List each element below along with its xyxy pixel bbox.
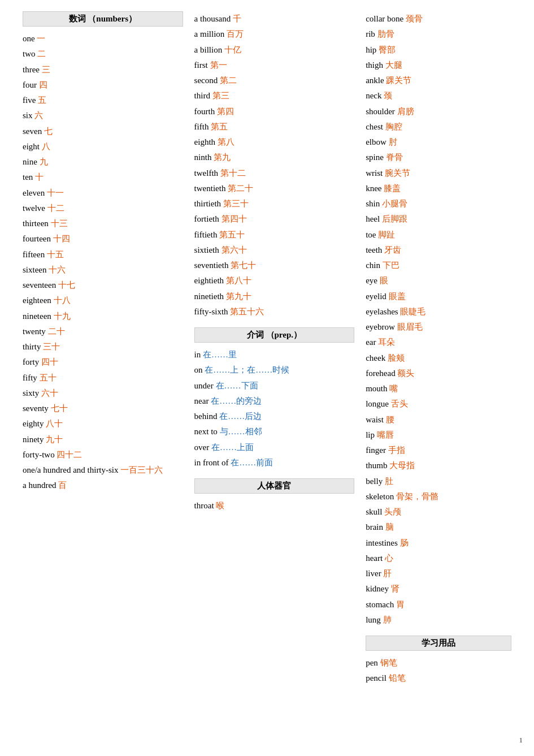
entry-chinese: 牙齿 [384, 245, 401, 254]
entry-english: chest [366, 122, 383, 131]
entry-chinese: 五 [38, 96, 46, 105]
entry-english: liver [366, 569, 381, 578]
body-list: collar bone 颈骨rib 肋骨hip 臀部thigh 大腿ankle … [366, 11, 511, 627]
entry-english: eighty [23, 419, 44, 428]
entry-english: eleven [23, 188, 45, 197]
entry-chinese: 肋骨 [377, 29, 394, 38]
entry-english: five [23, 96, 36, 105]
entry-chinese: 百万 [227, 29, 244, 38]
list-item: hip 臀部 [366, 42, 511, 57]
entry-english: in front of [194, 458, 229, 467]
list-item: thumb 大母指 [366, 458, 511, 473]
list-item: second 第二 [194, 73, 355, 88]
list-item: ninth 第九 [194, 150, 355, 165]
list-item: thigh 大腿 [366, 58, 511, 72]
entry-english: ninetieth [194, 292, 224, 301]
entry-chinese: 十三 [51, 219, 68, 228]
entry-chinese: 第四十 [222, 214, 247, 223]
list-item: over 在……上面 [194, 440, 355, 455]
entry-chinese: 一 [37, 34, 45, 43]
entry-chinese: 与……相邻 [220, 427, 262, 436]
study-list: pen 钢笔pencil 铅笔 [366, 655, 511, 686]
entry-english: longue [366, 399, 389, 408]
list-item: nine 九 [23, 154, 183, 169]
entry-english: nineteen [23, 312, 51, 321]
entry-english: fortieth [194, 214, 219, 223]
entry-english: lung [366, 615, 381, 624]
entry-english: eyelid [366, 292, 387, 301]
list-item: sixteen 十六 [23, 262, 183, 277]
list-item: eighteen 十八 [23, 293, 183, 308]
list-item: eyebrow 眼眉毛 [366, 319, 511, 334]
list-item: five 五 [23, 93, 183, 107]
page: 数词 （numbers） one 一two 二three 三four 四five… [17, 11, 517, 686]
list-item: thirtieth 第三十 [194, 196, 355, 211]
entry-english: chin [366, 261, 380, 270]
entry-chinese: 大母指 [389, 461, 415, 470]
list-item: cheek 脸颊 [366, 351, 511, 365]
list-item: collar bone 颈骨 [366, 11, 511, 26]
entry-english: seventeen [23, 280, 56, 290]
list-item: eyelid 眼盖 [366, 289, 511, 304]
entry-chinese: 第七十 [231, 261, 256, 270]
entry-chinese: 一百三十六 [120, 465, 163, 474]
entry-chinese: 十亿 [224, 45, 241, 54]
entry-chinese: 第二 [220, 76, 237, 85]
list-item: in 在……里 [194, 347, 355, 362]
list-item: on 在……上；在……时候 [194, 362, 355, 377]
numbers-header: 数词 （numbers） [23, 11, 183, 27]
entry-english: a billion [194, 45, 223, 54]
list-item: waist 腰 [366, 412, 511, 427]
entry-chinese: 第四 [217, 107, 234, 116]
entry-chinese: 四十 [41, 357, 58, 366]
entry-chinese: 骨架，骨骼 [396, 492, 439, 501]
entry-chinese: 在……上面 [211, 443, 254, 452]
list-item: brain 脑 [366, 520, 511, 534]
list-item: fiftieth 第五十 [194, 227, 355, 242]
list-item: neck 颈 [366, 88, 511, 103]
entry-english: eighth [194, 137, 216, 146]
list-item: belly 肚 [366, 474, 511, 489]
entry-english: a million [194, 29, 225, 38]
list-item: fifty-sixth 第五十六 [194, 304, 355, 319]
list-item: heel 后脚跟 [366, 211, 511, 226]
list-item: stomach 胃 [366, 597, 511, 612]
entry-english: third [194, 91, 210, 100]
entry-english: belly [366, 477, 383, 486]
entry-chinese: 第二十 [228, 184, 253, 193]
entry-chinese: 铅笔 [389, 673, 406, 682]
entry-english: nine [23, 157, 37, 166]
entry-chinese: 嘴唇 [377, 430, 394, 439]
entry-chinese: 第三 [212, 91, 229, 100]
entry-chinese: 十八 [54, 296, 71, 305]
list-item: shin 小腿骨 [366, 196, 511, 211]
entry-english: twenty [23, 327, 46, 336]
entry-chinese: 踝关节 [386, 76, 411, 85]
entry-english: ninety [23, 435, 44, 444]
entry-english: ninth [194, 153, 212, 162]
entry-chinese: 在……的旁边 [211, 396, 262, 405]
entry-english: stomach [366, 600, 394, 609]
numbers-header-close: ） [128, 14, 137, 23]
entry-english: wrist [366, 169, 383, 178]
entry-chinese: 在……后边 [219, 412, 262, 421]
study-header: 学习用品 [366, 636, 511, 651]
entry-english: fifty [23, 373, 37, 382]
entry-chinese: 胸腔 [385, 122, 402, 131]
list-item: third 第三 [194, 88, 355, 103]
list-item: seventy 七十 [23, 401, 183, 416]
list-item: near 在……的旁边 [194, 394, 355, 408]
list-item: eighth 第八 [194, 135, 355, 149]
entry-chinese: 眼 [380, 276, 388, 285]
list-item: eightieth 第八十 [194, 273, 355, 288]
entry-chinese: 钢笔 [380, 658, 397, 667]
entry-chinese: 九十 [46, 435, 63, 444]
list-item: rib 肋骨 [366, 27, 511, 41]
entry-english: three [23, 65, 40, 74]
list-item: four 四 [23, 77, 183, 92]
entry-english: four [23, 80, 37, 89]
entry-chinese: 脑 [385, 522, 394, 532]
entry-english: seven [23, 127, 42, 136]
entry-chinese: 五十 [40, 373, 57, 382]
entry-english: throat [194, 501, 214, 510]
